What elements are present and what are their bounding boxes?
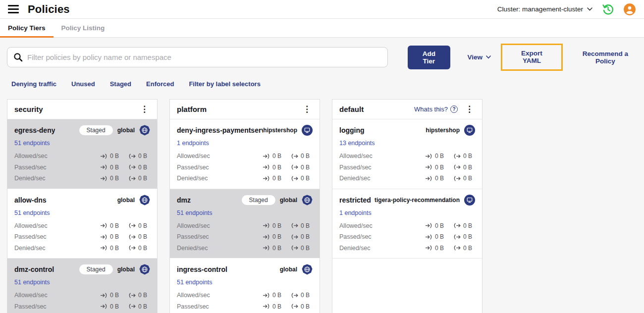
- policy-card[interactable]: restrictedtigera-policy-recommendation1 …: [332, 189, 482, 259]
- policy-card[interactable]: dmz-controlStagedglobal51 endpointsAllow…: [7, 259, 157, 313]
- policy-name: allow-dns: [14, 196, 47, 204]
- policy-card[interactable]: egress-denyStagedglobal51 endpointsAllow…: [7, 119, 157, 189]
- chevron-down-icon: [486, 55, 491, 59]
- stat-values: 0 B0 B: [425, 153, 475, 159]
- export-yaml-highlight-box: Export YAML: [501, 44, 563, 71]
- endpoints-link[interactable]: 51 endpoints: [14, 279, 50, 286]
- stat-inbound-value: 0 B: [110, 164, 119, 171]
- stat-inbound: 0 B: [100, 175, 122, 182]
- tier-kebab-menu-icon[interactable]: ⋮: [139, 105, 150, 113]
- endpoints-link[interactable]: 51 endpoints: [177, 209, 213, 216]
- policy-card[interactable]: deny-ingress-paymentservi…hipstershop1 e…: [170, 119, 320, 189]
- tab-policy-listing[interactable]: Policy Listing: [54, 19, 113, 37]
- top-bar: Policies Cluster: management-cluster: [0, 0, 644, 19]
- stat-inbound-value: 0 B: [110, 233, 119, 240]
- recommend-policy-button[interactable]: Recommend a Policy: [574, 50, 637, 65]
- stat-label: Allowed/sec: [177, 292, 210, 299]
- filter-by-label-selectors[interactable]: Filter by label selectors: [189, 80, 261, 88]
- outbound-arrow-icon: [453, 245, 461, 251]
- page-title: Policies: [28, 3, 70, 16]
- policy-card[interactable]: dmzStagedglobal51 endpointsAllowed/sec0 …: [170, 189, 320, 259]
- inbound-arrow-icon: [263, 304, 270, 309]
- stat-outbound: 0 B: [291, 222, 313, 229]
- stat-inbound-value: 0 B: [110, 175, 119, 182]
- filter-enforced[interactable]: Enforced: [146, 80, 174, 88]
- stat-outbound: 0 B: [453, 222, 475, 229]
- stat-values: 0 B0 B: [263, 175, 313, 182]
- outbound-arrow-icon: [291, 164, 298, 170]
- stat-values: 0 B0 B: [100, 303, 150, 310]
- stat-row: Denied/sec0 B0 B: [177, 243, 313, 254]
- policy-search-input[interactable]: [27, 53, 381, 61]
- stat-outbound: 0 B: [291, 233, 313, 240]
- policy-card[interactable]: allow-dnsglobal51 endpointsAllowed/sec0 …: [7, 189, 157, 259]
- inbound-arrow-icon: [263, 234, 270, 240]
- stat-values: 0 B0 B: [425, 164, 475, 171]
- outbound-arrow-icon: [453, 234, 461, 240]
- endpoints-link[interactable]: 1 endpoints: [177, 140, 209, 147]
- endpoints-link[interactable]: 51 endpoints: [14, 209, 50, 216]
- filter-staged[interactable]: Staged: [110, 80, 131, 88]
- whats-this-link[interactable]: Whats this??: [414, 105, 458, 113]
- endpoints-link[interactable]: 51 endpoints: [14, 140, 50, 147]
- tab-policy-tiers[interactable]: Policy Tiers: [0, 19, 54, 37]
- stat-inbound-value: 0 B: [435, 222, 444, 229]
- policies-content: Add Tier View Export YAML Recommend a Po…: [0, 38, 644, 313]
- add-tier-button[interactable]: Add Tier: [408, 46, 450, 69]
- tier-kebab-menu-icon[interactable]: ⋮: [464, 105, 475, 113]
- export-yaml-button[interactable]: Export YAML: [512, 50, 551, 64]
- policy-stats: Allowed/sec0 B0 BPassed/sec0 B0 BDenied/…: [339, 151, 475, 184]
- stat-row: Allowed/sec0 B0 B: [14, 151, 150, 162]
- stat-label: Passed/sec: [177, 303, 209, 310]
- stat-inbound-value: 0 B: [272, 153, 281, 159]
- policy-search-box[interactable]: [7, 47, 388, 67]
- stat-inbound: 0 B: [100, 292, 122, 299]
- inbound-arrow-icon: [425, 164, 432, 170]
- tier-column-security: security⋮egress-denyStagedglobal51 endpo…: [7, 99, 158, 313]
- filter-unused[interactable]: Unused: [71, 80, 95, 88]
- inbound-arrow-icon: [100, 164, 107, 170]
- stat-inbound: 0 B: [263, 245, 284, 252]
- policy-title-row: restrictedtigera-policy-recommendation: [339, 195, 475, 206]
- endpoints-link[interactable]: 1 endpoints: [339, 209, 372, 216]
- menu-icon[interactable]: [8, 5, 19, 13]
- endpoints-link[interactable]: 13 endpoints: [339, 140, 375, 147]
- inbound-arrow-icon: [100, 245, 107, 251]
- tier-name: security: [14, 105, 43, 113]
- stat-inbound: 0 B: [100, 245, 122, 252]
- namespace-icon: [464, 125, 475, 136]
- history-restore-icon[interactable]: [601, 3, 614, 16]
- stat-outbound: 0 B: [291, 164, 313, 171]
- policy-scope-label: hipstershop: [426, 127, 460, 134]
- inbound-arrow-icon: [100, 176, 107, 181]
- cluster-selector[interactable]: Cluster: management-cluster: [497, 5, 592, 13]
- stat-values: 0 B0 B: [425, 233, 475, 240]
- stat-label: Denied/sec: [14, 245, 46, 252]
- outbound-arrow-icon: [128, 176, 136, 181]
- whats-this-label: Whats this?: [414, 105, 448, 113]
- stat-outbound-value: 0 B: [301, 164, 310, 171]
- policy-badges: Stagedglobal: [79, 125, 150, 136]
- inbound-arrow-icon: [425, 223, 432, 228]
- user-avatar-icon[interactable]: [623, 3, 636, 16]
- stat-values: 0 B0 B: [263, 233, 313, 240]
- stat-inbound: 0 B: [100, 233, 122, 240]
- stat-label: Denied/sec: [339, 175, 371, 182]
- policy-name: dmz: [177, 196, 191, 204]
- endpoints-link[interactable]: 51 endpoints: [177, 279, 213, 286]
- tier-kebab-menu-icon[interactable]: ⋮: [301, 105, 313, 113]
- policy-title-row: allow-dnsglobal: [14, 195, 150, 206]
- view-dropdown-button[interactable]: View: [468, 53, 491, 61]
- staged-badge: Staged: [242, 195, 275, 205]
- policy-card[interactable]: ingress-controlglobal51 endpointsAllowed…: [170, 259, 320, 313]
- stat-outbound: 0 B: [453, 245, 475, 252]
- stat-outbound: 0 B: [128, 222, 150, 229]
- policy-stats: Allowed/sec0 B0 BPassed/sec0 B0 BDenied/…: [177, 220, 313, 254]
- stat-row: Passed/sec0 B0 B: [177, 231, 313, 243]
- filter-denying-traffic[interactable]: Denying traffic: [11, 80, 56, 88]
- policy-name: deny-ingress-paymentservi…: [177, 126, 263, 134]
- stat-outbound-value: 0 B: [463, 164, 472, 171]
- stat-values: 0 B0 B: [263, 164, 313, 171]
- inbound-arrow-icon: [263, 293, 270, 298]
- policy-card[interactable]: logginghipstershop13 endpointsAllowed/se…: [332, 119, 482, 189]
